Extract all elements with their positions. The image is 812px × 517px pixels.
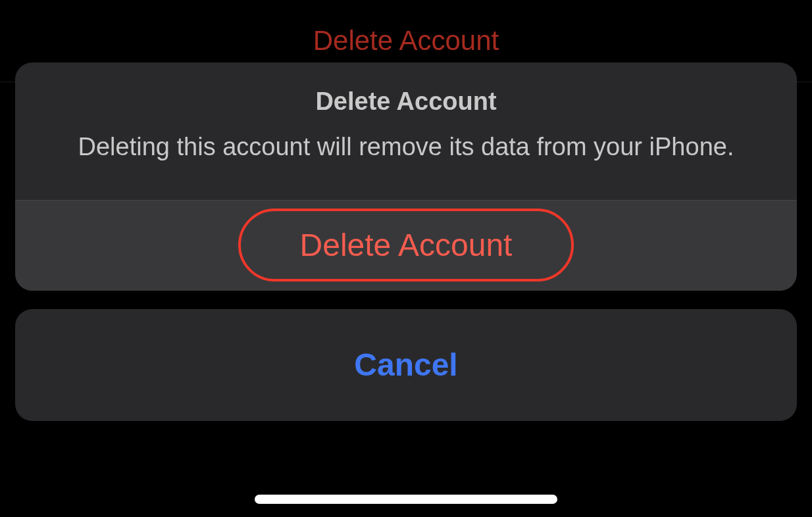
action-sheet-top: Delete Account Deleting this account wil…: [15, 62, 797, 291]
cancel-button[interactable]: Cancel: [15, 309, 797, 421]
destructive-action-row[interactable]: Delete Account: [15, 201, 797, 291]
page-header-title: Delete Account: [313, 25, 499, 57]
action-sheet-header: Delete Account Deleting this account wil…: [15, 62, 797, 201]
home-indicator[interactable]: [255, 495, 557, 504]
cancel-button-label: Cancel: [354, 347, 457, 383]
action-sheet-message: Deleting this account will remove its da…: [48, 132, 764, 163]
delete-account-button[interactable]: Delete Account: [238, 209, 574, 282]
action-sheet-title: Delete Account: [48, 87, 764, 116]
delete-account-button-label: Delete Account: [300, 227, 513, 263]
action-sheet: Delete Account Deleting this account wil…: [15, 62, 797, 421]
